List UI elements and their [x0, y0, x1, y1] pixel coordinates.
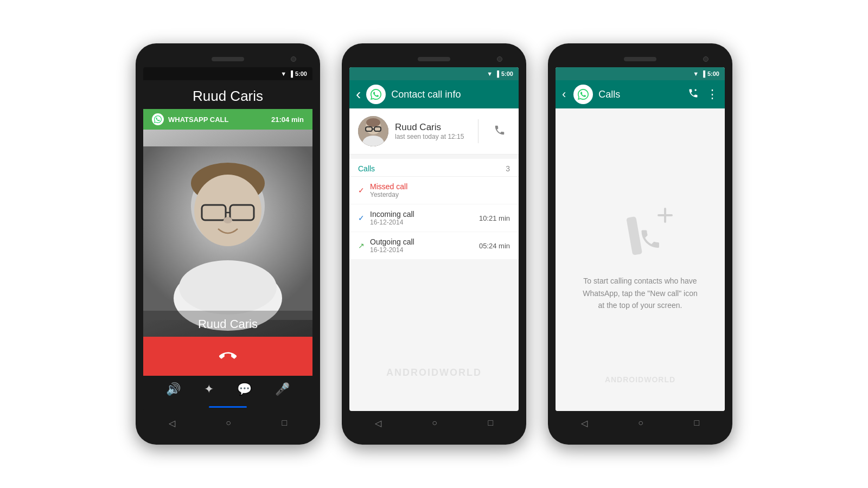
phone-camera-2	[497, 56, 502, 62]
calls-list-header: ‹ Calls ⋮	[556, 80, 725, 108]
android-nav-3: ◁ ○ □	[556, 411, 725, 435]
missed-call-date: Yesterday	[370, 191, 510, 198]
status-bar-2: ▼ ▐ 5:00	[349, 67, 519, 80]
home-bar-1	[209, 406, 247, 408]
phone-speaker-1	[212, 57, 244, 61]
svg-point-3	[194, 175, 261, 246]
whatsapp-icon-1	[152, 113, 164, 125]
outgoing-call-info: Outgoing call 16-12-2014	[370, 237, 479, 254]
outgoing-call-date: 16-12-2014	[370, 246, 479, 254]
phone-camera-1	[291, 56, 296, 62]
contact-call-info-header: ‹ Contact call info	[349, 80, 519, 108]
mute-button[interactable]: 🎤	[275, 382, 290, 396]
phone-3-screen: ▼ ▐ 5:00 ‹ Calls	[556, 67, 725, 411]
call-photo: Ruud Caris	[143, 130, 312, 337]
whatsapp-icon-3	[573, 85, 593, 104]
photo-placeholder	[143, 130, 312, 337]
end-call-button[interactable]	[213, 341, 243, 371]
speaker-button[interactable]: 🔊	[166, 382, 181, 396]
call-item-missed: ✓ Missed call Yesterday	[349, 177, 519, 204]
calls-list-title: Calls	[598, 89, 682, 100]
battery-icon-3: ▐	[701, 70, 705, 77]
phone-speaker-3	[624, 57, 656, 61]
signal-icon-3: ▼	[693, 70, 699, 77]
call-item-outgoing: ↗ Outgoing call 16-12-2014 05:24 min	[349, 232, 519, 260]
phone-1: ▼ ▐ 5:00 Ruud Caris WHAT	[136, 43, 320, 445]
nav-recent-1[interactable]: □	[282, 418, 288, 428]
svg-point-7	[224, 217, 232, 223]
contact-avatar	[358, 116, 388, 146]
header-icons-3: ⋮	[688, 87, 718, 101]
status-time-1: 5:00	[295, 70, 307, 77]
battery-icon-1: ▐	[289, 70, 293, 77]
bluetooth-button[interactable]: ✦	[204, 382, 214, 396]
nav-back-3[interactable]: ◁	[581, 418, 588, 428]
status-bar-1: ▼ ▐ 5:00	[143, 67, 312, 80]
incoming-call-icon: ✓	[358, 214, 365, 222]
calls-section-label: Calls	[358, 164, 375, 173]
phone-3: ▼ ▐ 5:00 ‹ Calls	[548, 43, 732, 445]
wa-bar-left: WHATSAPP CALL	[152, 113, 228, 125]
signal-icon-1: ▼	[280, 70, 286, 77]
status-time-2: 5:00	[501, 70, 513, 77]
phone-speaker-2	[418, 57, 450, 61]
nav-recent-2[interactable]: □	[488, 418, 494, 428]
back-button-2[interactable]: ‹	[356, 86, 361, 103]
back-button-3[interactable]: ‹	[562, 87, 566, 101]
person-silhouette	[143, 130, 312, 337]
call-duration: 21:04 min	[271, 115, 304, 124]
watermark-2: ANDROIDWORLD	[349, 367, 519, 378]
incoming-call-type: Incoming call	[370, 210, 479, 219]
chat-button[interactable]: 💬	[237, 382, 252, 396]
phone-1-screen: ▼ ▐ 5:00 Ruud Caris WHAT	[143, 67, 312, 411]
divider	[478, 119, 478, 143]
nav-home-3[interactable]: ○	[638, 418, 643, 428]
whatsapp-call-bar: WHATSAPP CALL 21:04 min	[143, 109, 312, 130]
call-controls: 🔊 ✦ 💬 🎤	[143, 376, 312, 403]
watermark-3: ANDROIDWORLD	[556, 375, 725, 384]
more-options-icon[interactable]: ⋮	[706, 87, 718, 101]
missed-call-type: Missed call	[370, 182, 510, 191]
nav-back-2[interactable]: ◁	[375, 418, 381, 428]
svg-point-9	[179, 260, 277, 314]
outgoing-call-duration: 05:24 min	[479, 242, 510, 250]
empty-calls-screen: To start calling contacts who have Whats…	[556, 108, 725, 411]
page-title-2: Contact call info	[391, 89, 461, 100]
call-item-incoming: ✓ Incoming call 16-12-2014 10:21 min	[349, 204, 519, 232]
call-name-overlay: Ruud Caris	[143, 311, 312, 337]
outgoing-call-icon: ↗	[358, 241, 365, 250]
android-nav-1: ◁ ○ □	[143, 411, 312, 435]
signal-icon-2: ▼	[487, 70, 493, 77]
empty-area-2: ANDROIDWORLD	[349, 260, 519, 411]
avatar-inner	[358, 116, 388, 146]
calls-section: Calls 3 ✓ Missed call Yesterday ✓ Incomi…	[349, 159, 519, 260]
nav-home-1[interactable]: ○	[226, 418, 231, 428]
end-call-bar[interactable]	[143, 337, 312, 376]
call-name-header: Ruud Caris	[143, 80, 312, 109]
battery-icon-2: ▐	[495, 70, 499, 77]
phone-2: ▼ ▐ 5:00 ‹ Contact call info	[342, 43, 526, 445]
whatsapp-icon-2	[366, 85, 386, 104]
incoming-call-info: Incoming call 16-12-2014	[370, 210, 479, 226]
empty-state-icon	[608, 208, 673, 262]
plus-icon	[655, 206, 675, 225]
incoming-call-date: 16-12-2014	[370, 219, 479, 226]
home-indicator-1	[143, 403, 312, 411]
phone-camera-3	[703, 56, 709, 62]
calls-header: Calls 3	[349, 159, 519, 177]
nav-home-2[interactable]: ○	[432, 418, 437, 428]
nav-recent-3[interactable]: □	[694, 418, 700, 428]
phone-top-bar-3	[556, 53, 725, 65]
android-nav-2: ◁ ○ □	[349, 411, 519, 435]
contact-name-2: Ruud Caris	[395, 122, 467, 133]
empty-calls-text: To start calling contacts who have Whats…	[580, 275, 700, 311]
new-call-icon[interactable]	[688, 88, 699, 101]
contact-details: Ruud Caris last seen today at 12:15	[395, 122, 467, 140]
nav-back-1[interactable]: ◁	[169, 418, 175, 428]
contact-status-2: last seen today at 12:15	[395, 133, 467, 140]
calls-count: 3	[506, 164, 510, 173]
contact-info-section: Ruud Caris last seen today at 12:15	[349, 108, 519, 155]
phone-top-bar-2	[349, 53, 519, 65]
call-phone-button[interactable]	[489, 120, 510, 143]
missed-call-icon: ✓	[358, 186, 365, 195]
